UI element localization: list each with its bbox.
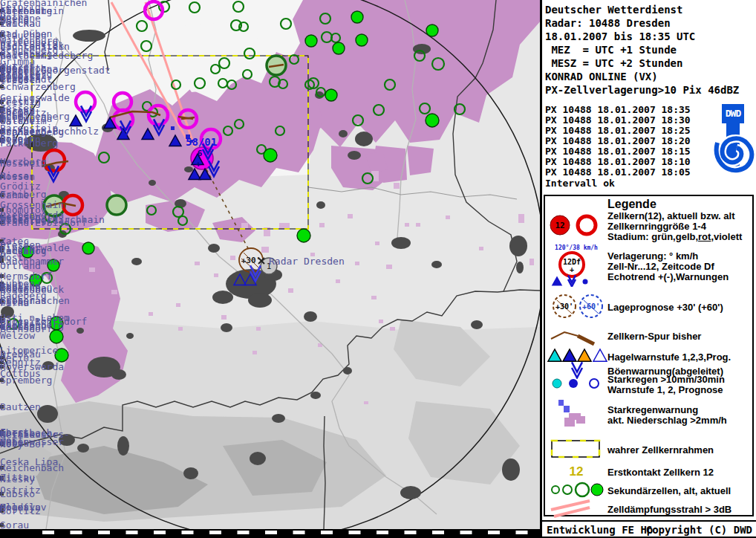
- town-label: Löbau: [0, 438, 29, 449]
- city-area: [310, 392, 321, 399]
- legend-label: Starkregenwarnungakt. Niederschlag >2mm/…: [607, 405, 727, 426]
- town-label: Glauchau: [0, 30, 47, 41]
- scale-tick: [98, 531, 110, 534]
- scale-tick: [182, 531, 194, 534]
- px-product-line: PX 10488 18.01.2007 18:25: [545, 125, 691, 136]
- scale-tick: [377, 531, 388, 534]
- radar-site-label: Radar Dresden: [269, 256, 345, 267]
- secondary-cell-current: [333, 42, 345, 54]
- city-area: [502, 458, 520, 481]
- city-area: [431, 261, 442, 268]
- town-label: Zwickau: [0, 18, 41, 29]
- town-label: Freiberg: [0, 189, 47, 200]
- legend-row-zellkern-rings: 12Zellkern(12), aktuell bzw. altZellkern…: [547, 211, 742, 242]
- precipitation-pixel: [241, 223, 248, 228]
- precipitation-area: [407, 146, 434, 175]
- starkregen-dots-icon: [547, 377, 607, 393]
- precipitation-pixel: [336, 279, 340, 283]
- legend-label: Zelldämpfungsstrahl > 3dB: [607, 505, 731, 515]
- px-product-line: PX 10488 18.01.2007 18:30: [545, 114, 691, 126]
- secondary-cell-current: [426, 25, 438, 36]
- town-label: Litomerice: [0, 345, 58, 356]
- town-label: Schwarzenberg: [0, 81, 76, 92]
- px-product-line: PX 10488 18.01.2007 18:35: [545, 104, 691, 115]
- footer-copyright: Copyright (C) DWD: [646, 524, 752, 536]
- footer-credit: Entwicklung FE Hp: [547, 524, 653, 536]
- town-label: Ostritz: [0, 484, 41, 496]
- panel-header-line: 18.01.2007 bis 18:35 UTC: [545, 30, 695, 42]
- town-label: Geringswalde: [0, 92, 70, 103]
- radar-map: +30'16+58/01ZahnaWittenbergElsterJessenG…: [0, 0, 540, 538]
- precipitation-pixel: [111, 290, 117, 294]
- city-area: [73, 30, 105, 42]
- city-area: [77, 444, 89, 453]
- px-product-line: PX 10488 18.01.2007 18:15: [545, 146, 691, 157]
- precipitation-pixel: [252, 351, 257, 354]
- precipitation-pixel: [375, 242, 379, 245]
- city-area: [208, 244, 220, 253]
- town-label: Gross-Röhrsdorf: [0, 316, 87, 327]
- secondary-cell-current: [264, 149, 277, 162]
- precipitation-pixel: [89, 268, 95, 272]
- town-label: Heidenau: [0, 284, 47, 295]
- precipitation-pixel: [319, 223, 325, 227]
- city-area: [509, 236, 527, 256]
- px-product-line: PX 10488 18.01.2007 18:05: [545, 166, 691, 178]
- town-label: Brand-Erbisdorf: [0, 217, 87, 228]
- legend-label: Sekundärzellen, alt, aktuell: [607, 486, 731, 496]
- interval-status: Intervall ok: [545, 178, 615, 189]
- town-label: Johann-Georgenstadt: [0, 65, 111, 76]
- scale-tick: [405, 531, 417, 534]
- dwd-spiral-icon: [711, 123, 755, 177]
- precipitation-pixel: [518, 214, 524, 223]
- precipitation-pixel: [364, 401, 368, 404]
- city-area: [248, 293, 272, 308]
- legend-row-erstkontakt: 12Erstkontakt Zellkern 12: [547, 462, 714, 483]
- legend-row-starkregen-px: Starkregenwarnungakt. Niederschlag >2mm/…: [547, 398, 727, 432]
- scale-tick: [238, 531, 250, 534]
- konrad-radar-window: +30'16+58/01ZahnaWittenbergElsterJessenG…: [0, 0, 756, 538]
- scale-tick: [293, 531, 305, 534]
- city-area: [316, 201, 325, 209]
- precipitation-pixel: [178, 327, 183, 331]
- city-area: [117, 436, 129, 456]
- city-area: [183, 467, 198, 479]
- legend-label: Verlagerung: ° km/hZell-Nr...12, Zeitcod…: [607, 251, 729, 282]
- starkregen-px-icon: [547, 398, 607, 432]
- town-label: Flöha: [0, 135, 29, 146]
- precipitation-pixel: [288, 288, 293, 293]
- city-area: [250, 452, 266, 465]
- city-area: [76, 328, 84, 334]
- forecast-circle-label: +30': [241, 256, 261, 265]
- precipitation-pixel: [348, 214, 353, 218]
- city-area: [304, 311, 317, 322]
- scale-tick: [488, 531, 500, 534]
- secondary-cell-current: [82, 242, 94, 254]
- city-area: [471, 320, 483, 329]
- verlagerung-icon: 120°/38 km/h12Df+: [547, 244, 607, 290]
- secondary-cell-current: [305, 35, 317, 47]
- town-label: Sorau: [0, 519, 29, 531]
- radar-map-canvas: +30'16+58/01ZahnaWittenbergElsterJessenG…: [0, 0, 540, 538]
- panel-header-line: Radar: 10488 Dresden: [545, 17, 671, 29]
- zellkern-rings-icon: 12: [547, 213, 607, 241]
- town-label: Rosswein: [0, 158, 47, 169]
- svg-text:12: 12: [570, 464, 584, 479]
- svg-text:+30': +30': [555, 302, 573, 311]
- precipitation-pixel: [529, 259, 534, 265]
- precipitation-pixel: [446, 215, 450, 219]
- precipitation-pixel: [214, 273, 218, 277]
- town-label: Hermsdorf: [0, 270, 52, 282]
- precipitation-pixel: [416, 223, 420, 227]
- scale-tick: [432, 531, 444, 534]
- legend-row-lageprognose: +30'+60'Lageprognose +30' (+60'): [547, 290, 723, 325]
- svg-text:120°/38 km/h: 120°/38 km/h: [555, 244, 598, 251]
- precipitation-pixel: [256, 327, 261, 331]
- legend: Legende 12Zellkern(12), aktuell bzw. alt…: [544, 195, 754, 516]
- dwd-logo-text: DWD: [722, 104, 744, 123]
- precipitation-pixel: [355, 262, 359, 265]
- legend-label: Starkregen >10mm/30minWarnstufe 1, 2, Pr…: [607, 375, 725, 395]
- city-area: [212, 291, 233, 304]
- legend-label: wahrer Zellkernrahmen: [607, 445, 714, 456]
- svg-text:+: +: [570, 265, 574, 273]
